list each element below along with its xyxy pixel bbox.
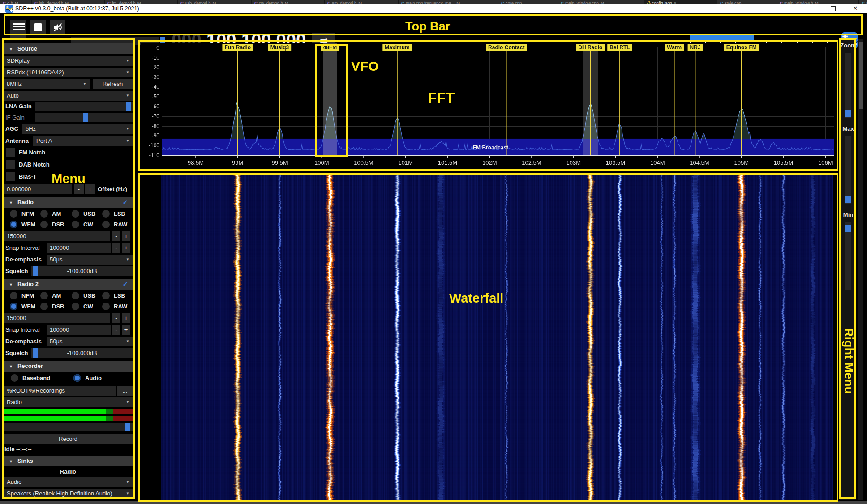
editor-tab[interactable]: Ccw_demod.hM: [252, 0, 325, 4]
radio2-snap-minus-button[interactable]: -: [112, 325, 120, 335]
maximize-button[interactable]: [824, 4, 842, 13]
radio2-mode-label-dsb[interactable]: DSB: [52, 303, 64, 310]
radio1-mode-radio-lsb[interactable]: [102, 210, 110, 218]
recorder-stream-select[interactable]: Radio▼: [4, 397, 133, 407]
radio1-mode-radio-wfm[interactable]: [10, 221, 17, 228]
radio2-mode-label-cw[interactable]: CW: [83, 303, 93, 310]
recorder-section-header[interactable]: ▼Recorder: [4, 361, 133, 372]
radio2-bandwidth-input[interactable]: 150000: [4, 313, 110, 323]
radio2-mode-radio-usb[interactable]: [72, 292, 79, 299]
offset-minus-button[interactable]: -: [74, 184, 84, 194]
sink-type-select[interactable]: Audio▼: [4, 477, 133, 487]
radio2-mode-label-usb[interactable]: USB: [83, 292, 95, 299]
editor-tab[interactable]: Cam_demod.hM: [325, 0, 399, 4]
radio1-squelch-slider[interactable]: -100.000dB: [31, 266, 133, 276]
agc-mode-select[interactable]: Auto▼: [4, 91, 133, 101]
fft-display[interactable]: [141, 43, 836, 171]
radio2-mode-label-lsb[interactable]: LSB: [114, 292, 125, 299]
radio2-mode-label-am[interactable]: AM: [52, 292, 61, 299]
record-button[interactable]: Record: [4, 434, 133, 444]
recorder-audio-label[interactable]: Audio: [85, 375, 102, 381]
max-slider[interactable]: [845, 136, 851, 204]
radio1-mode-label-raw[interactable]: RAW: [114, 221, 127, 228]
radio1-snap-plus-button[interactable]: +: [122, 243, 130, 253]
min-slider-handle[interactable]: [845, 225, 851, 232]
radio2-mode-radio-nfm[interactable]: [10, 292, 17, 299]
radio1-bandwidth-input[interactable]: 150000: [4, 231, 110, 241]
radio1-bw-plus-button[interactable]: +: [122, 231, 130, 241]
radio1-deemphasis-select[interactable]: 50µs▼: [47, 255, 133, 265]
min-slider[interactable]: [845, 222, 851, 290]
editor-tab[interactable]: Ccore.cpp: [498, 0, 558, 4]
menu-toggle-button[interactable]: [10, 20, 26, 38]
window-scrollbar[interactable]: [858, 39, 863, 500]
radio1-squelch-handle[interactable]: [33, 266, 38, 276]
editor-tab[interactable]: Cmain_window.cppM: [558, 0, 644, 4]
offset-input[interactable]: 0.000000: [4, 184, 72, 194]
close-button[interactable]: ✕: [846, 4, 864, 13]
radio2-snap-input[interactable]: 100000: [47, 325, 111, 335]
radio1-mode-label-am[interactable]: AM: [52, 210, 61, 217]
radio1-mode-radio-am[interactable]: [40, 210, 48, 218]
dab-notch-checkbox[interactable]: [6, 160, 15, 169]
radio2-mode-label-nfm[interactable]: NFM: [21, 292, 34, 299]
browse-button[interactable]: ...: [117, 386, 133, 396]
antenna-select[interactable]: Port A▼: [33, 136, 133, 146]
radio1-mode-label-wfm[interactable]: WFM: [21, 221, 35, 228]
radio1-mode-radio-nfm[interactable]: [10, 210, 17, 218]
radio2-mode-radio-wfm[interactable]: [10, 303, 17, 310]
editor-tab[interactable]: Clsb_demod.hM: [32, 0, 105, 4]
recorder-baseband-radio[interactable]: [11, 374, 18, 382]
offset-plus-button[interactable]: +: [85, 184, 95, 194]
radio1-mode-radio-cw[interactable]: [72, 221, 79, 228]
if-gain-slider-handle[interactable]: [83, 113, 88, 122]
radio2-mode-radio-cw[interactable]: [72, 303, 79, 310]
lna-gain-slider[interactable]: [35, 102, 133, 111]
radio1-mode-label-lsb[interactable]: LSB: [114, 210, 125, 217]
bias-t-checkbox[interactable]: [6, 172, 15, 181]
record-volume-handle[interactable]: [125, 423, 130, 431]
editor-tab[interactable]: Cusb_demod.hM: [178, 0, 252, 4]
radio2-mode-radio-am[interactable]: [40, 292, 48, 299]
max-slider-handle[interactable]: [845, 196, 851, 203]
editor-tab[interactable]: Cd.hM: [0, 0, 32, 4]
radio1-mode-label-cw[interactable]: CW: [83, 221, 93, 228]
editor-tab[interactable]: {}config.json×: [644, 0, 717, 4]
source-device-select[interactable]: RSPdx (191106DA42)▼: [4, 68, 133, 77]
refresh-button[interactable]: Refresh: [93, 79, 133, 89]
editor-tab[interactable]: Cmain.cpp radio\...M: [859, 0, 867, 4]
record-volume-slider[interactable]: [4, 423, 133, 431]
radio1-mode-radio-dsb[interactable]: [40, 221, 48, 228]
agc-select[interactable]: 5Hz▼: [22, 124, 133, 134]
radio2-section-header[interactable]: ▼Radio 2✓: [4, 279, 133, 290]
editor-tab[interactable]: Cmain.cpp frequency_ma...M: [399, 0, 498, 4]
waterfall-display[interactable]: [141, 175, 836, 501]
sink-device-select[interactable]: Speakers (Realtek High Definition Audio)…: [4, 489, 133, 499]
radio1-mode-label-dsb[interactable]: DSB: [52, 221, 64, 228]
radio2-mode-radio-lsb[interactable]: [102, 292, 110, 299]
mute-button[interactable]: [50, 20, 65, 35]
radio2-mode-radio-dsb[interactable]: [40, 303, 48, 310]
recorder-baseband-label[interactable]: Baseband: [22, 375, 50, 381]
scrollbar-handle[interactable]: [859, 42, 863, 109]
minimize-button[interactable]: –: [802, 4, 820, 13]
radio1-mode-label-usb[interactable]: USB: [83, 210, 95, 217]
bandwidth-select[interactable]: 8MHz▼: [4, 79, 90, 89]
radio2-bw-minus-button[interactable]: -: [112, 313, 120, 323]
fm-notch-checkbox[interactable]: [6, 148, 15, 157]
zoom-slider[interactable]: [845, 53, 851, 118]
radio2-squelch-slider[interactable]: -100.000dB: [31, 348, 133, 358]
sinks-section-header[interactable]: ▼Sinks: [4, 456, 133, 466]
radio1-mode-radio-usb[interactable]: [72, 210, 79, 218]
radio2-snap-plus-button[interactable]: +: [122, 325, 130, 335]
radio1-snap-input[interactable]: 100000: [47, 243, 111, 253]
radio2-bw-plus-button[interactable]: +: [122, 313, 130, 323]
radio2-squelch-handle[interactable]: [33, 348, 38, 358]
radio2-mode-label-raw[interactable]: RAW: [114, 303, 127, 310]
recorder-audio-radio[interactable]: [73, 374, 81, 382]
editor-tab[interactable]: Cmain_window.hM: [777, 0, 859, 4]
radio1-bw-minus-button[interactable]: -: [112, 231, 120, 241]
radio2-mode-radio-raw[interactable]: [102, 303, 110, 310]
radio2-deemphasis-select[interactable]: 50µs▼: [47, 337, 133, 346]
editor-tab[interactable]: Cfm_demod.hM: [105, 0, 178, 4]
